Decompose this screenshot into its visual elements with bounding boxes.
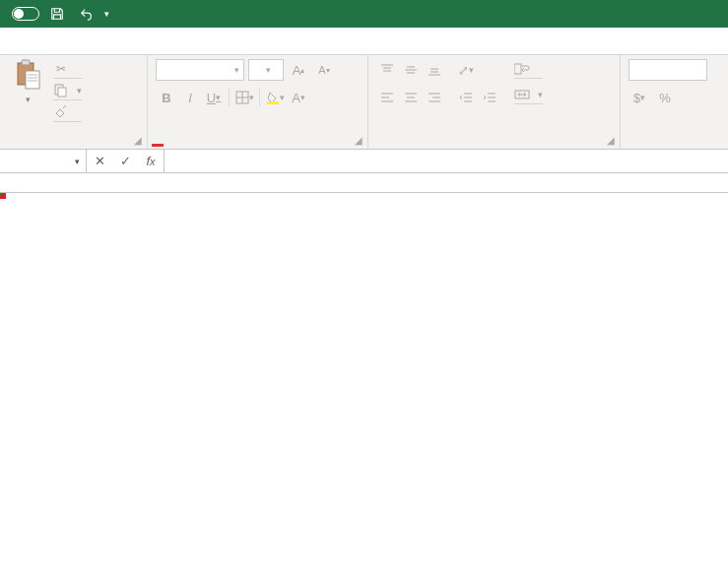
font-color-button[interactable]: A▾: [288, 87, 309, 108]
cancel-formula-button[interactable]: ✕: [87, 154, 112, 168]
scissors-icon: ✂: [53, 61, 69, 77]
group-alignment: ⤢▾ ▾: [368, 55, 621, 149]
cut-button[interactable]: ✂: [53, 59, 82, 79]
underline-button[interactable]: U▾: [203, 87, 225, 108]
accounting-format-button[interactable]: $▾: [629, 87, 650, 108]
borders-button[interactable]: ▾: [233, 87, 255, 108]
group-font: ▾ ▾ A▴ A▾ B I U▾ ▾ ▾ A▾ ◢: [148, 55, 368, 149]
formula-input[interactable]: [165, 150, 728, 172]
toggle-switch[interactable]: [12, 7, 39, 21]
autosave-toggle[interactable]: [8, 7, 39, 21]
align-center-icon[interactable]: [400, 87, 422, 108]
svg-rect-7: [58, 88, 66, 96]
align-bottom-icon[interactable]: [424, 59, 445, 81]
svg-rect-12: [267, 101, 279, 104]
italic-button[interactable]: I: [179, 87, 201, 108]
enter-formula-button[interactable]: ✓: [112, 154, 138, 168]
group-label-number: [629, 145, 720, 147]
dialog-launcher-icon[interactable]: ◢: [131, 133, 145, 147]
ribbon: ▾ ✂ ▾ ◢: [0, 55, 728, 150]
undo-icon[interactable]: [75, 2, 99, 26]
fx-icon[interactable]: fx: [138, 154, 164, 168]
title-bar: ▾: [0, 0, 728, 28]
merge-icon: [514, 87, 530, 102]
group-label-alignment: [376, 145, 612, 147]
fill-color-button[interactable]: ▾: [264, 87, 286, 108]
qat-dropdown-icon[interactable]: ▾: [104, 9, 109, 19]
selection-marquee: [0, 193, 2, 195]
formula-bar: ▾ ✕ ✓ fx: [0, 150, 728, 173]
svg-line-8: [63, 105, 66, 108]
worksheet-grid[interactable]: [0, 173, 728, 193]
copy-button[interactable]: ▾: [53, 81, 82, 100]
save-icon[interactable]: [45, 2, 69, 26]
name-box[interactable]: ▾: [0, 150, 87, 172]
dialog-launcher-icon[interactable]: ◢: [352, 133, 365, 147]
dialog-launcher-icon[interactable]: ◢: [604, 133, 618, 147]
bold-button[interactable]: B: [156, 87, 177, 108]
merge-center-button[interactable]: ▾: [514, 85, 543, 104]
chevron-down-icon: ▾: [26, 95, 31, 104]
ribbon-tabs: [0, 28, 728, 55]
align-left-icon[interactable]: [376, 87, 398, 108]
orientation-button[interactable]: ⤢▾: [455, 59, 477, 81]
svg-rect-2: [26, 71, 39, 89]
chevron-down-icon: ▾: [77, 86, 82, 96]
group-label-clipboard: [8, 145, 139, 147]
group-label-font: [156, 145, 360, 147]
format-painter-button[interactable]: [53, 102, 82, 122]
align-top-icon[interactable]: [376, 59, 398, 81]
svg-rect-37: [514, 64, 521, 74]
highlight-box: [0, 193, 6, 199]
chevron-down-icon: ▾: [75, 157, 80, 166]
font-name-combo[interactable]: ▾: [156, 59, 244, 81]
svg-rect-1: [22, 60, 30, 65]
paste-button[interactable]: ▾: [8, 59, 47, 104]
align-middle-icon[interactable]: [400, 59, 422, 81]
font-size-combo[interactable]: ▾: [248, 59, 284, 81]
align-right-icon[interactable]: [424, 87, 445, 108]
paintbrush-icon: [53, 104, 69, 120]
copy-icon: [53, 83, 69, 98]
wrap-text-button[interactable]: [514, 59, 543, 79]
group-clipboard: ▾ ✂ ▾ ◢: [0, 55, 148, 149]
decrease-font-icon[interactable]: A▾: [313, 59, 335, 81]
number-format-combo[interactable]: [629, 59, 707, 81]
wrap-text-icon: [514, 61, 530, 77]
decrease-indent-icon[interactable]: [455, 87, 477, 108]
chevron-down-icon: ▾: [234, 65, 239, 75]
chevron-down-icon: ▾: [538, 90, 543, 99]
group-number: $▾ %: [621, 55, 728, 149]
percent-format-button[interactable]: %: [654, 87, 676, 108]
increase-indent-icon[interactable]: [479, 87, 500, 108]
increase-font-icon[interactable]: A▴: [288, 59, 309, 81]
chevron-down-icon: ▾: [266, 65, 271, 75]
clipboard-icon: [14, 59, 41, 91]
